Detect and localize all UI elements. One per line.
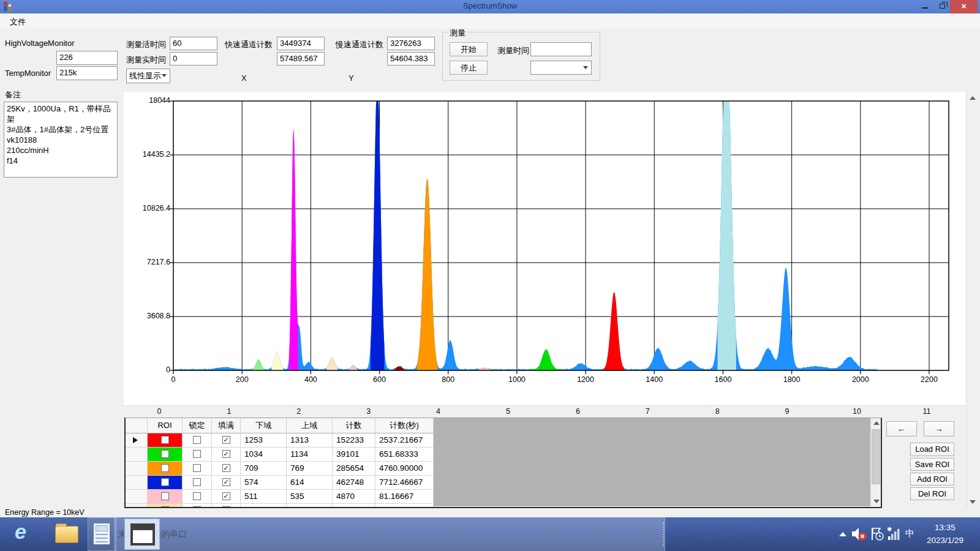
lower-bound-cell[interactable]: 1034 [241, 448, 287, 462]
taskbar-clock[interactable]: 13:35 2023/1/29 [918, 521, 973, 547]
action-center-flag-icon[interactable] [870, 527, 884, 541]
add-roi-button[interactable]: Add ROI [910, 473, 954, 485]
locked-checkbox[interactable] [193, 478, 201, 486]
roi-color-checkbox[interactable] [161, 464, 169, 472]
column-header-计数(秒)[interactable]: 计数(秒) [375, 418, 434, 433]
count-per-sec-cell[interactable]: 2537.21667 [375, 433, 434, 448]
column-header-填满[interactable]: 填满 [212, 418, 241, 433]
count-cell[interactable]: 39101 [333, 448, 375, 462]
lower-bound-cell[interactable] [241, 504, 287, 508]
upper-bound-cell[interactable]: 769 [287, 462, 333, 476]
filled-checkbox[interactable]: ✓ [222, 436, 230, 444]
row-selector-cell[interactable] [126, 476, 148, 490]
upper-bound-cell[interactable] [287, 504, 333, 508]
active-window-button[interactable] [124, 519, 160, 550]
row-selector-cell[interactable] [126, 462, 148, 476]
count-per-sec-cell[interactable]: 7712.46667 [375, 476, 434, 490]
scroll-left-button[interactable]: ← [886, 421, 917, 437]
count-per-sec-cell[interactable]: 651.68333 [375, 448, 434, 462]
measure-combobox[interactable] [530, 61, 592, 75]
locked-cell[interactable] [183, 462, 212, 476]
roi-color-cell[interactable] [148, 433, 183, 448]
locked-cell[interactable] [183, 476, 212, 490]
count-cell[interactable]: 152233 [333, 433, 375, 448]
roi-color-checkbox[interactable] [161, 436, 169, 444]
scrollbar-thumb[interactable] [872, 429, 880, 484]
toolbar-gripper[interactable] [663, 522, 665, 547]
filled-cell[interactable]: ✓ [212, 490, 241, 504]
start-button[interactable]: 开始 [450, 42, 488, 56]
lower-bound-cell[interactable]: 511 [241, 490, 287, 504]
count-cell[interactable]: 285654 [333, 462, 375, 476]
ime-indicator[interactable]: 中 [905, 528, 914, 539]
slow-channel-count-field[interactable]: 3276263 [387, 37, 435, 50]
column-header-下域[interactable]: 下域 [241, 418, 287, 433]
count-cell[interactable]: 462748 [333, 476, 375, 490]
stop-button[interactable]: 停止 [450, 61, 488, 75]
scroll-down-icon[interactable] [873, 500, 880, 503]
count-per-sec-cell[interactable] [375, 504, 434, 508]
column-header-ROI[interactable]: ROI [148, 418, 183, 433]
locked-checkbox[interactable] [193, 436, 201, 444]
row-selector-cell[interactable] [126, 504, 148, 508]
row-selector-header[interactable] [126, 418, 148, 433]
spectrum-chart[interactable]: 03608.87217.610826.414435.218044 0200400… [124, 92, 965, 405]
load-roi-button[interactable]: Load ROI [910, 443, 954, 456]
locked-checkbox[interactable] [193, 492, 201, 500]
locked-checkbox[interactable] [193, 450, 201, 458]
roi-color-cell[interactable] [148, 448, 183, 462]
filled-checkbox[interactable]: ✓ [222, 450, 230, 458]
row-selector-cell[interactable] [126, 433, 148, 448]
fast-channel-count-field[interactable]: 3449374 [277, 37, 325, 50]
del-roi-button[interactable]: Del ROI [910, 487, 954, 500]
table-scrollbar[interactable] [870, 418, 881, 506]
scroll-up-icon[interactable] [873, 421, 880, 425]
column-header-锁定[interactable]: 锁定 [183, 418, 212, 433]
count-cell[interactable] [333, 504, 375, 508]
filled-cell[interactable]: ✓ [212, 433, 241, 448]
filled-cell[interactable]: ✓ [212, 504, 241, 508]
high-voltage-field[interactable]: 226 [56, 51, 118, 65]
upper-bound-cell[interactable]: 614 [287, 476, 333, 490]
real-time-field[interactable]: 0 [170, 52, 217, 66]
upper-bound-cell[interactable]: 1134 [287, 448, 333, 462]
locked-cell[interactable] [183, 504, 212, 508]
notes-textarea[interactable]: 25Kv，1000Ua，R1，带样品架 3#晶体，1#晶体架，2号位置 vk10… [4, 102, 118, 178]
scroll-down-icon[interactable] [970, 500, 976, 504]
slow-channel-rate-field[interactable]: 54604.383 [387, 52, 435, 66]
filled-cell[interactable]: ✓ [212, 462, 241, 476]
menu-file[interactable]: 文件 [10, 17, 26, 28]
count-cell[interactable]: 4870 [333, 490, 375, 504]
upper-bound-cell[interactable]: 1313 [287, 433, 333, 448]
count-per-sec-cell[interactable]: 4760.90000 [375, 462, 434, 476]
filled-cell[interactable]: ✓ [212, 448, 241, 462]
display-mode-combobox[interactable]: 线性显示 [126, 69, 170, 83]
row-selector-cell[interactable] [126, 490, 148, 504]
live-time-field[interactable]: 60 [170, 37, 217, 50]
volume-muted-icon[interactable] [851, 527, 867, 541]
active-app-band[interactable] [114, 517, 665, 551]
filled-checkbox[interactable]: ✓ [222, 492, 230, 500]
fast-channel-rate-field[interactable]: 57489.567 [277, 52, 325, 66]
locked-cell[interactable] [183, 448, 212, 462]
roi-table[interactable]: ROI锁定填满下域上域计数计数(秒)✓125313131522332537.21… [124, 418, 882, 508]
locked-cell[interactable] [183, 490, 212, 504]
roi-color-checkbox[interactable] [161, 492, 169, 500]
network-signal-icon[interactable]: ✱ [887, 527, 903, 541]
restore-button[interactable] [935, 0, 949, 13]
row-selector-cell[interactable] [126, 448, 148, 462]
lower-bound-cell[interactable]: 1253 [241, 433, 287, 448]
filled-cell[interactable]: ✓ [212, 476, 241, 490]
filled-checkbox[interactable]: ✓ [222, 464, 230, 472]
roi-color-checkbox[interactable] [161, 478, 169, 486]
save-roi-button[interactable]: Save ROI [910, 458, 954, 471]
locked-checkbox[interactable] [193, 464, 201, 472]
filled-checkbox[interactable]: ✓ [222, 478, 230, 486]
scroll-up-icon[interactable] [970, 96, 976, 100]
temp-monitor-field[interactable]: 215k [56, 66, 118, 80]
close-button[interactable]: × [950, 0, 978, 13]
roi-color-cell[interactable] [148, 504, 183, 508]
measure-time-field[interactable] [530, 42, 592, 56]
lower-bound-cell[interactable]: 709 [241, 462, 287, 476]
file-explorer-icon[interactable] [55, 526, 78, 543]
